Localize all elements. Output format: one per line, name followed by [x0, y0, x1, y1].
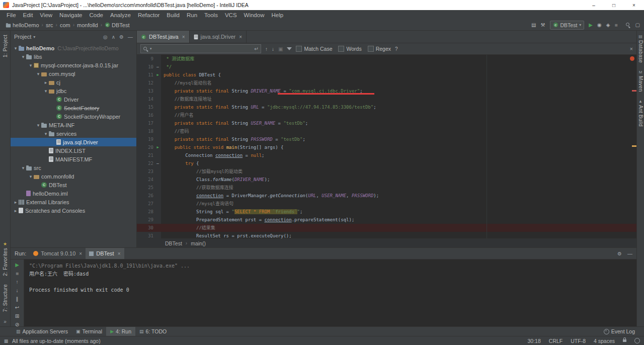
tree-item-com-monfolld[interactable]: ▾com.monfolld — [11, 172, 136, 181]
code-line-16[interactable]: 16 //用户名 — [137, 111, 636, 119]
run-tab-dbtest[interactable]: DBTest× — [86, 248, 124, 259]
run-configuration-select[interactable]: C DBTest ▾ — [550, 21, 585, 30]
breadcrumb-item-com[interactable]: com — [58, 22, 72, 28]
tree-item-java-sql-driver[interactable]: java.sql.Driver — [11, 138, 136, 146]
tree-item-src[interactable]: ▾src — [11, 163, 136, 172]
tree-item-meta-inf[interactable]: ▾META-INF — [11, 121, 136, 129]
menu-item-navigate[interactable]: Navigate — [56, 12, 86, 18]
error-stripe-mark[interactable] — [632, 90, 636, 92]
code-line-24[interactable]: 24 Class.forName(DRIVER_NAME); — [137, 176, 636, 184]
close-icon[interactable]: × — [182, 34, 185, 40]
checkbox-icon[interactable] — [296, 46, 302, 52]
next-occurrence-icon[interactable]: ↓ — [272, 46, 274, 52]
code-line-20[interactable]: 20▶ public static void main(String[] arg… — [137, 143, 636, 151]
tool-button-favorites[interactable]: ★ 2: Favorites — [3, 237, 8, 280]
toolwindow-button-terminal[interactable]: ▣Terminal — [72, 327, 106, 336]
search-option-regex[interactable]: Regex — [368, 46, 391, 52]
rerun-icon[interactable]: ▶ — [15, 262, 19, 268]
tree-item-hellodemo-iml[interactable]: helloDemo.iml — [11, 189, 136, 198]
run-line-icon[interactable]: ▶ — [154, 71, 161, 79]
menu-item-build[interactable]: Build — [163, 12, 183, 18]
chevron-down-icon[interactable]: ▾ — [150, 47, 152, 51]
tree-item-index-list[interactable]: INDEX.LIST — [11, 146, 136, 155]
breadcrumb-item-dbtest[interactable]: DBTest — [165, 240, 182, 246]
code-line-31[interactable]: 31 ResultSet rs = prst.executeQuery(); — [137, 232, 636, 238]
profiler-icon[interactable]: ■ — [615, 22, 618, 28]
maximize-button[interactable]: □ — [604, 0, 624, 10]
menu-item-tools[interactable]: Tools — [201, 12, 221, 18]
code-line-30[interactable]: 30 //结果集 — [137, 224, 636, 232]
checkbox-icon[interactable] — [338, 46, 344, 52]
tree-item-driver[interactable]: CDriver — [11, 95, 136, 104]
code-editor[interactable]: 9 * 测试数据库10− */11▶public class DBTest {1… — [137, 55, 636, 238]
settings-icon[interactable]: ⚙ — [119, 34, 124, 40]
tree-item-cj[interactable]: ▸cj — [11, 78, 136, 87]
encoding[interactable]: UTF-8 — [567, 338, 590, 344]
minimize-button[interactable]: – — [584, 0, 604, 10]
expand-arrow-icon[interactable]: ▸ — [43, 80, 49, 85]
toolwindow-button-run[interactable]: ▶4: Run — [106, 327, 135, 336]
editor-tab-dbtest-java[interactable]: CDBTest.java× — [137, 31, 190, 43]
menu-item-view[interactable]: View — [36, 12, 56, 18]
menu-item-vcs[interactable]: VCS — [221, 12, 240, 18]
expand-arrow-icon[interactable]: ▾ — [28, 174, 34, 179]
tool-button-project[interactable]: 1: Project — [3, 31, 8, 61]
soft-wrap-icon[interactable]: ↩ — [15, 305, 19, 310]
tree-item-mysql-connector-java-8-0-15-jar[interactable]: ▾mysql-connector-java-8.0.15.jar — [11, 61, 136, 69]
tree-item-external-libraries[interactable]: ▸External Libraries — [11, 198, 136, 206]
menu-item-refactor[interactable]: Refactor — [134, 12, 163, 18]
error-indicator[interactable] — [630, 56, 634, 61]
code-line-15[interactable]: 15 private static final String URL = "jd… — [137, 103, 636, 111]
run-line-icon[interactable]: ▶ — [154, 143, 161, 151]
close-icon[interactable]: × — [79, 251, 82, 256]
stop-icon[interactable]: ■ — [16, 271, 19, 276]
code-line-13[interactable]: 13 private static final String DRIVER_NA… — [137, 87, 636, 95]
expand-arrow-icon[interactable]: ▸ — [13, 200, 19, 205]
code-line-26[interactable]: 26 connection = DriverManager.getConnect… — [137, 192, 636, 200]
hide-icon[interactable]: — — [128, 34, 133, 40]
run-icon[interactable]: ▶ — [589, 22, 593, 28]
build-hammer-icon[interactable]: ⚒ — [541, 22, 545, 28]
warning-stripe-mark[interactable] — [632, 145, 636, 147]
expand-arrow-icon[interactable]: ▾ — [43, 131, 49, 136]
toolwindow-button-event-log[interactable]: Event Log — [600, 328, 639, 334]
breadcrumb-item-main[interactable]: main() — [191, 240, 206, 246]
code-line-23[interactable]: 23 //加载mysql的驱动类 — [137, 167, 636, 176]
tree-item-manifest-mf[interactable]: MANIFEST.MF — [11, 155, 136, 163]
breadcrumb-item-hellodemo[interactable]: helloDemo — [4, 22, 41, 28]
toolwindow-button-application-servers[interactable]: ▥Application Servers — [12, 327, 72, 336]
indent-size[interactable]: 4 spaces — [590, 338, 619, 344]
tool-button-structure[interactable]: 7: Structure — [3, 280, 8, 316]
console-output[interactable]: "C:\Program Files\Java\jdk1.8.0_191\bin\… — [24, 260, 636, 328]
pause-output-icon[interactable]: ∥ — [16, 296, 19, 302]
breadcrumb-item-src[interactable]: src — [44, 22, 55, 28]
tree-item-socketfactory[interactable]: CSocketFactory — [11, 104, 136, 112]
settings-icon[interactable]: ⚙ — [617, 251, 622, 256]
print-icon[interactable]: ⊞ — [15, 313, 19, 319]
code-line-14[interactable]: 14 //数据库连接地址 — [137, 95, 636, 103]
code-line-17[interactable]: 17 private static final String USER_NAME… — [137, 119, 636, 127]
tree-item-dbtest[interactable]: CDBTest — [11, 181, 136, 189]
tree-item-scratches-and-consoles[interactable]: ▸Scratches and Consoles — [11, 206, 136, 215]
up-stack-trace-icon[interactable]: ↑ — [16, 279, 19, 285]
close-icon[interactable]: × — [239, 34, 242, 40]
lock-icon[interactable] — [623, 339, 626, 342]
menu-item-analyze[interactable]: Analyze — [107, 12, 134, 18]
code-line-18[interactable]: 18 //密码 — [137, 127, 636, 135]
close-icon[interactable]: × — [118, 251, 121, 256]
tree-item-jdbc[interactable]: ▾jdbc — [11, 87, 136, 95]
hide-icon[interactable]: — — [627, 251, 632, 256]
fold-icon[interactable]: − — [154, 159, 161, 167]
tree-item-com-mysql[interactable]: ▾com.mysql — [11, 69, 136, 78]
expand-arrow-icon[interactable]: ▾ — [20, 54, 26, 59]
tree-item-hellodemo[interactable]: ▾helloDemoC:\JavaProject\helloDemo — [11, 44, 136, 52]
breadcrumb-item-dbtest[interactable]: CDBTest — [103, 22, 131, 28]
search-option-match-case[interactable]: Match Case — [296, 46, 332, 52]
expand-arrow-icon[interactable]: ▾ — [28, 63, 34, 68]
tool-windows-icon[interactable]: ▢ — [635, 22, 640, 28]
line-separator[interactable]: CRLF — [545, 338, 567, 344]
monitor-icon[interactable]: ▤ — [531, 22, 536, 28]
caret-position[interactable]: 30:18 — [524, 338, 545, 344]
code-line-10[interactable]: 10− */ — [137, 63, 636, 71]
collapse-all-icon[interactable]: ∧ — [112, 34, 115, 40]
